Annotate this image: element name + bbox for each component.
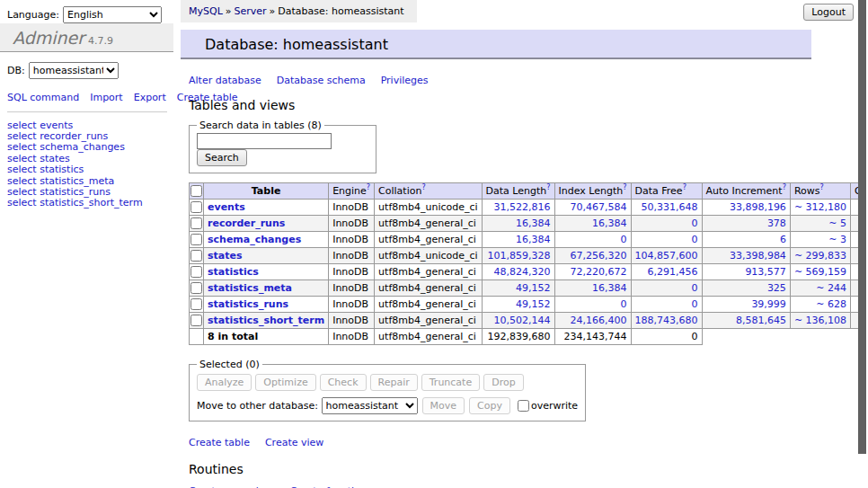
rows-count-link[interactable]: ~ 136,108 <box>794 315 846 326</box>
auto-increment-link[interactable]: 325 <box>706 282 786 294</box>
database-schema-link[interactable]: Database schema <box>277 75 366 86</box>
data-free-link[interactable]: 188,743,680 <box>635 315 698 326</box>
logout-button[interactable]: Logout <box>803 4 854 21</box>
analyze-button[interactable]: Analyze <box>197 374 252 391</box>
row-checkbox[interactable] <box>190 282 202 294</box>
data-free-link[interactable]: 0 <box>635 282 698 294</box>
index-length-link[interactable]: 0 <box>559 298 627 310</box>
help-link-icon[interactable]: ? <box>367 183 370 191</box>
drop-button[interactable]: Drop <box>483 374 523 391</box>
create-view-link[interactable]: Create view <box>265 437 323 448</box>
rows-count-link[interactable]: ~ 628 <box>794 298 846 310</box>
copy-button[interactable]: Copy <box>469 397 510 414</box>
auto-increment-link[interactable]: 33,398,984 <box>706 250 786 262</box>
repair-button[interactable]: Repair <box>370 374 418 391</box>
auto-increment-link[interactable]: 913,577 <box>706 266 786 278</box>
help-link-icon[interactable]: ? <box>683 183 686 191</box>
data-length-link[interactable]: 10,502,144 <box>486 315 551 326</box>
rows-count-link[interactable]: ~ 569,159 <box>794 266 846 278</box>
help-link-icon[interactable]: ? <box>819 183 823 191</box>
index-length-link[interactable]: 24,166,400 <box>559 315 627 326</box>
data-length-link[interactable]: 101,859,328 <box>486 250 551 262</box>
index-length-link[interactable]: 16,384 <box>559 282 627 294</box>
sidebar-item-select-statistics-short-term[interactable]: select statistics_short_term <box>7 198 173 209</box>
db-select[interactable]: homeassistant <box>29 62 119 79</box>
breadcrumb-link-mysql[interactable]: MySQL <box>189 5 223 17</box>
index-length-link[interactable]: 0 <box>559 234 627 245</box>
search-input[interactable] <box>197 133 332 149</box>
data-free-cell: 0 <box>631 297 702 313</box>
scrollbar-thumb[interactable] <box>858 0 866 454</box>
table-name-link[interactable]: statistics_short_term <box>208 315 324 326</box>
sidebar-item-select-statistics[interactable]: select statistics <box>7 164 173 175</box>
data-length-link[interactable]: 49,152 <box>486 298 551 310</box>
rows-count-link[interactable]: ~ 312,180 <box>794 201 846 213</box>
sidebar-link-import[interactable]: Import <box>90 92 123 103</box>
data-length-link[interactable]: 48,824,320 <box>486 266 551 278</box>
data-length-link[interactable]: 31,522,816 <box>486 201 551 213</box>
alter-database-link[interactable]: Alter database <box>189 75 261 86</box>
create-table-link[interactable]: Create table <box>189 437 250 448</box>
header-data-free: Data Free? <box>631 183 702 200</box>
data-length-link[interactable]: 16,384 <box>486 234 551 245</box>
table-name-link[interactable]: statistics_meta <box>208 282 292 294</box>
auto-increment-link[interactable]: 6 <box>706 234 786 245</box>
total-label: 8 in total <box>204 329 329 345</box>
row-checkbox[interactable] <box>190 217 202 229</box>
help-link-icon[interactable]: ? <box>623 183 626 191</box>
help-link-icon[interactable]: ? <box>783 183 786 191</box>
sidebar-link-sql-command[interactable]: SQL command <box>7 92 79 103</box>
rows-count-link[interactable]: ~ 244 <box>794 282 846 294</box>
table-name-link[interactable]: recorder_runs <box>208 217 285 229</box>
optimize-button[interactable]: Optimize <box>255 374 315 391</box>
table-name-link[interactable]: statistics <box>208 266 259 278</box>
data-free-link[interactable]: 0 <box>635 217 698 229</box>
auto-increment-link[interactable]: 378 <box>706 217 786 229</box>
rows-count-link[interactable]: ~ 5 <box>794 217 846 229</box>
index-length-link[interactable]: 70,467,584 <box>559 201 627 213</box>
data-free-link[interactable]: 50,331,648 <box>635 201 698 213</box>
data-length-link[interactable]: 16,384 <box>486 217 551 229</box>
search-button[interactable]: Search <box>197 149 247 166</box>
check-button[interactable]: Check <box>320 374 367 391</box>
row-checkbox[interactable] <box>190 234 202 245</box>
data-length-cell: 31,522,816 <box>482 200 554 216</box>
move-button[interactable]: Move <box>422 397 465 414</box>
table-name-link[interactable]: states <box>208 250 243 262</box>
truncate-button[interactable]: Truncate <box>421 374 480 391</box>
data-free-link[interactable]: 0 <box>635 234 698 245</box>
row-checkbox[interactable] <box>190 298 202 310</box>
help-link-icon[interactable]: ? <box>546 183 550 191</box>
index-length-link[interactable]: 67,256,320 <box>559 250 627 262</box>
breadcrumb-link-server[interactable]: Server <box>235 5 267 17</box>
auto-increment-link[interactable]: 8,581,645 <box>706 315 786 326</box>
index-length-link[interactable]: 72,220,672 <box>559 266 627 278</box>
row-checkbox[interactable] <box>190 201 202 213</box>
rows-count-link[interactable]: ~ 3 <box>794 234 846 245</box>
rows-count-link[interactable]: ~ 299,833 <box>794 250 846 262</box>
overwrite-checkbox[interactable] <box>518 400 529 412</box>
table-row: statistics_short_termInnoDButf8mb4_gener… <box>190 313 868 329</box>
table-name-link[interactable]: schema_changes <box>208 234 301 245</box>
sidebar-item-select-schema-changes[interactable]: select schema_changes <box>7 142 173 153</box>
app-version[interactable]: 4.7.9 <box>88 35 113 47</box>
row-checkbox[interactable] <box>190 250 202 262</box>
data-free-link[interactable]: 0 <box>635 298 698 310</box>
move-db-select[interactable]: homeassistant <box>322 397 418 414</box>
auto-increment-link[interactable]: 33,898,196 <box>706 201 786 213</box>
language-select[interactable]: English <box>63 6 162 23</box>
index-length-link[interactable]: 16,384 <box>559 217 627 229</box>
auto-increment-link[interactable]: 39,999 <box>706 298 786 310</box>
privileges-link[interactable]: Privileges <box>381 75 429 86</box>
sidebar-link-export[interactable]: Export <box>134 92 166 103</box>
row-checkbox[interactable] <box>190 266 202 278</box>
data-free-link[interactable]: 6,291,456 <box>635 266 698 278</box>
data-free-link[interactable]: 104,857,600 <box>635 250 698 262</box>
help-link-icon[interactable]: ? <box>421 183 425 191</box>
sidebar: Language:English Adminer4.7.9 DB:homeass… <box>0 0 173 209</box>
table-name-link[interactable]: events <box>208 201 245 213</box>
select-all-checkbox[interactable] <box>190 185 202 197</box>
data-length-link[interactable]: 49,152 <box>486 282 551 294</box>
table-name-link[interactable]: statistics_runs <box>208 298 288 310</box>
row-checkbox[interactable] <box>190 315 202 326</box>
